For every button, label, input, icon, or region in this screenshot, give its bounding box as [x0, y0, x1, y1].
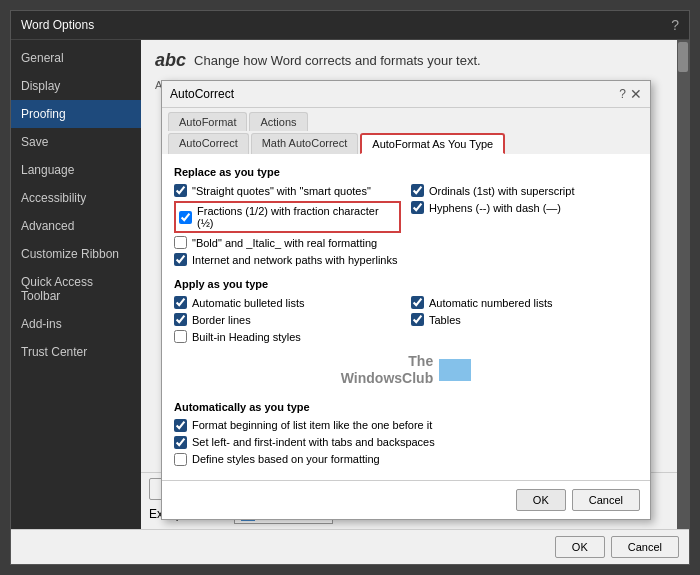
tab-autoformat[interactable]: AutoFormat	[168, 112, 247, 131]
checkbox-tables-input[interactable]	[411, 313, 424, 326]
dialog-help-btn[interactable]: ?	[619, 87, 626, 101]
checkbox-ordinals: Ordinals (1st) with superscript	[411, 184, 638, 197]
sidebar-item-accessibility[interactable]: Accessibility	[11, 184, 141, 212]
sidebar: General Display Proofing Save Language A…	[11, 40, 141, 529]
checkbox-format-list-input[interactable]	[174, 419, 187, 432]
checkbox-heading-styles-input[interactable]	[174, 330, 187, 343]
checkbox-hyphens-input[interactable]	[411, 201, 424, 214]
checkbox-tables: Tables	[411, 313, 638, 326]
checkbox-bold-italic-input[interactable]	[174, 236, 187, 249]
dialog-footer: OK Cancel	[162, 480, 650, 519]
checkbox-hyphens-label: Hyphens (--) with dash (—)	[429, 202, 561, 214]
scrollbar-thumb	[678, 42, 688, 72]
main-layout: General Display Proofing Save Language A…	[11, 40, 689, 529]
sidebar-item-save[interactable]: Save	[11, 128, 141, 156]
checkbox-auto-numbered-label: Automatic numbered lists	[429, 297, 553, 309]
sidebar-item-general[interactable]: General	[11, 44, 141, 72]
checkbox-fractions-highlighted: Fractions (1/2) with fraction character …	[174, 201, 401, 233]
apply-columns: Automatic bulleted lists Border lines Bu…	[174, 296, 638, 347]
checkbox-heading-styles: Built-in Heading styles	[174, 330, 401, 343]
dialog-close-btn[interactable]: ✕	[630, 86, 642, 102]
sidebar-item-proofing[interactable]: Proofing	[11, 100, 141, 128]
window-ok-btn[interactable]: OK	[555, 536, 605, 558]
tab-autoformat-as-you-type[interactable]: AutoFormat As You Type	[360, 133, 505, 154]
apply-section-title: Apply as you type	[174, 278, 638, 290]
checkbox-auto-bulleted: Automatic bulleted lists	[174, 296, 401, 309]
apply-col-right: Automatic numbered lists Tables	[411, 296, 638, 347]
word-options-window: Word Options ? General Display Proofing …	[10, 10, 690, 565]
checkbox-internet-paths: Internet and network paths with hyperlin…	[174, 253, 638, 266]
sidebar-item-quick-access[interactable]: Quick Access Toolbar	[11, 268, 141, 310]
checkbox-internet-paths-input[interactable]	[174, 253, 187, 266]
dialog-title-controls: ? ✕	[619, 86, 642, 102]
checkbox-bold-italic: "Bold" and _Italic_ with real formatting	[174, 236, 401, 249]
checkbox-format-list: Format beginning of list item like the o…	[174, 419, 638, 432]
watermark-icon	[439, 359, 471, 381]
dialog-tabs: AutoFormat Actions AutoCorrect Math Auto…	[162, 108, 650, 154]
window-title: Word Options	[21, 18, 94, 32]
checkbox-bold-italic-label: "Bold" and _Italic_ with real formatting	[192, 237, 377, 249]
checkbox-auto-bulleted-label: Automatic bulleted lists	[192, 297, 305, 309]
apply-col-left: Automatic bulleted lists Border lines Bu…	[174, 296, 401, 347]
dialog-body: Replace as you type "Straight quotes" wi…	[162, 156, 650, 480]
sidebar-item-advanced[interactable]: Advanced	[11, 212, 141, 240]
replace-columns: "Straight quotes" with "smart quotes" Fr…	[174, 184, 638, 253]
replace-col-left: "Straight quotes" with "smart quotes" Fr…	[174, 184, 401, 253]
checkbox-heading-styles-label: Built-in Heading styles	[192, 331, 301, 343]
checkbox-auto-numbered: Automatic numbered lists	[411, 296, 638, 309]
dialog-ok-btn[interactable]: OK	[516, 489, 566, 511]
watermark: The WindowsClub	[174, 353, 638, 387]
sidebar-item-trust-center[interactable]: Trust Center	[11, 338, 141, 366]
replace-section-title: Replace as you type	[174, 166, 638, 178]
watermark-text: The WindowsClub	[341, 353, 433, 387]
checkbox-straight-quotes: "Straight quotes" with "smart quotes"	[174, 184, 401, 197]
checkbox-border-lines: Border lines	[174, 313, 401, 326]
checkbox-ordinals-input[interactable]	[411, 184, 424, 197]
checkbox-straight-quotes-label: "Straight quotes" with "smart quotes"	[192, 185, 371, 197]
abc-label: abc	[155, 50, 186, 71]
checkbox-straight-quotes-input[interactable]	[174, 184, 187, 197]
tab-math-autocorrect[interactable]: Math AutoCorrect	[251, 133, 359, 154]
checkbox-define-styles-label: Define styles based on your formatting	[192, 453, 380, 465]
checkbox-border-lines-label: Border lines	[192, 314, 251, 326]
sidebar-item-customize-ribbon[interactable]: Customize Ribbon	[11, 240, 141, 268]
checkbox-fractions-input[interactable]	[179, 211, 192, 224]
title-bar: Word Options ?	[11, 11, 689, 40]
sidebar-item-display[interactable]: Display	[11, 72, 141, 100]
checkbox-fractions-label: Fractions (1/2) with fraction character …	[197, 205, 396, 229]
window-cancel-btn[interactable]: Cancel	[611, 536, 679, 558]
dialog-title: AutoCorrect	[170, 87, 234, 101]
checkbox-hyphens: Hyphens (--) with dash (—)	[411, 201, 638, 214]
checkbox-auto-numbered-input[interactable]	[411, 296, 424, 309]
tab-autocorrect[interactable]: AutoCorrect	[168, 133, 249, 154]
scrollbar[interactable]	[677, 40, 689, 529]
tab-row-2: AutoCorrect Math AutoCorrect AutoFormat …	[168, 133, 644, 154]
sidebar-item-language[interactable]: Language	[11, 156, 141, 184]
title-help-btn[interactable]: ?	[671, 17, 679, 33]
checkbox-set-indent-input[interactable]	[174, 436, 187, 449]
autocorrect-dialog: AutoCorrect ? ✕ AutoFormat Actions	[161, 80, 651, 520]
tab-actions[interactable]: Actions	[249, 112, 307, 131]
checkbox-define-styles-input[interactable]	[174, 453, 187, 466]
checkbox-border-lines-input[interactable]	[174, 313, 187, 326]
checkbox-internet-paths-label: Internet and network paths with hyperlin…	[192, 254, 397, 266]
header-text: Change how Word corrects and formats you…	[194, 53, 481, 68]
replace-col-right: Ordinals (1st) with superscript Hyphens …	[411, 184, 638, 253]
checkbox-tables-label: Tables	[429, 314, 461, 326]
checkbox-set-indent-label: Set left- and first-indent with tabs and…	[192, 436, 435, 448]
dialog-title-bar: AutoCorrect ? ✕	[162, 81, 650, 108]
tab-row-1: AutoFormat Actions	[168, 112, 644, 131]
auto-section-title: Automatically as you type	[174, 401, 638, 413]
checkbox-auto-bulleted-input[interactable]	[174, 296, 187, 309]
checkbox-format-list-label: Format beginning of list item like the o…	[192, 419, 432, 431]
sidebar-item-addins[interactable]: Add-ins	[11, 310, 141, 338]
title-bar-controls: ?	[671, 17, 679, 33]
checkbox-define-styles: Define styles based on your formatting	[174, 453, 638, 466]
dialog-cancel-btn[interactable]: Cancel	[572, 489, 640, 511]
checkbox-set-indent: Set left- and first-indent with tabs and…	[174, 436, 638, 449]
content-area: abc Change how Word corrects and formats…	[141, 40, 677, 529]
checkbox-ordinals-label: Ordinals (1st) with superscript	[429, 185, 575, 197]
window-footer: OK Cancel	[11, 529, 689, 564]
content-header: abc Change how Word corrects and formats…	[155, 50, 663, 71]
